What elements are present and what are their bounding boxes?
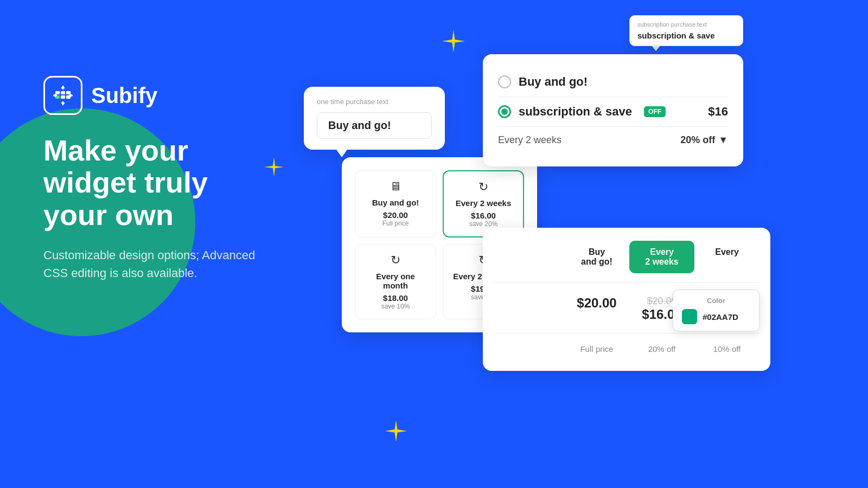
left-section: Subify Make your widget truly your own C…: [43, 76, 271, 282]
refresh-icon: ↻: [452, 180, 514, 194]
columns-discounts: Full price 20% off 10% off: [494, 333, 760, 358]
sparkle-icon: [442, 30, 465, 53]
2weeks-title: Every 2 weeks: [452, 198, 514, 208]
tooltip-value: subscription & save: [630, 29, 743, 42]
columns-header: Buy and go! Every 2 weeks Every Color #0…: [494, 241, 760, 273]
buy-main-price: $20.00: [569, 296, 625, 311]
1month-title: Every one month: [364, 272, 427, 290]
disc-2weeks: 20% off: [629, 340, 694, 358]
buy-price: $20.00: [364, 210, 427, 220]
buy-sub: Full price: [364, 220, 427, 227]
sub-option-label: subscription & save: [519, 105, 632, 119]
sub-radio[interactable]: [498, 105, 511, 118]
tooltip-arrow: [652, 46, 660, 51]
grid-cell-1month[interactable]: ↻ Every one month $18.00 save 10%: [355, 244, 436, 319]
sub-option-row[interactable]: subscription & save OFF $16: [498, 97, 728, 126]
card1-label: one time purchase text: [317, 98, 432, 106]
col-head-2weeks[interactable]: Every 2 weeks: [629, 241, 694, 273]
1month-price: $18.00: [364, 293, 427, 303]
discount-dropdown[interactable]: 20% off ▼: [680, 134, 728, 146]
frequency-label: Every 2 weeks: [498, 134, 561, 146]
color-label: Color: [682, 297, 750, 305]
1month-sub: save 10%: [364, 303, 427, 310]
svg-rect-4: [66, 91, 71, 94]
tooltip-arrow-inner: [669, 300, 674, 309]
grid-cell-buy[interactable]: 🖥 Buy and go! $20.00 Full price: [355, 170, 436, 237]
color-swatch-row: #02AA7D: [682, 309, 750, 324]
tooltip-label: subscription purchase text: [630, 19, 743, 29]
disc-empty: [494, 340, 564, 358]
price-buy: $20.00: [564, 291, 629, 326]
2weeks-col-sub: 2 weeks: [634, 257, 690, 267]
2weeks-price: $16.00: [452, 211, 514, 220]
buy-col-sub: and go!: [569, 257, 625, 267]
color-swatch: [682, 309, 697, 324]
col-head-every[interactable]: Every Color #02AA7D: [694, 241, 760, 273]
refresh-icon2: ↻: [364, 253, 427, 267]
sub-price: $16: [708, 105, 728, 119]
card1-arrow: [336, 150, 347, 157]
buy-option-row[interactable]: Buy and go!: [498, 67, 728, 97]
sparkle-icon: [385, 420, 407, 442]
page-subtext: Customizable design options; Advanced CS…: [43, 246, 271, 282]
brand-name: Subify: [91, 84, 157, 108]
frequency-row: Every 2 weeks 20% off ▼: [498, 127, 728, 153]
price-label-col: [494, 291, 564, 326]
widgets-area: one time purchase text Buy and go! 🖥 Buy…: [288, 22, 841, 466]
sparkle-icon: [264, 157, 284, 177]
svg-rect-2: [61, 91, 65, 94]
discount-value: 20% off: [680, 134, 715, 146]
subscription-card: subscription purchase text subscription …: [483, 54, 743, 166]
buy-option-label: Buy and go!: [519, 75, 588, 89]
color-hex: #02AA7D: [703, 312, 738, 322]
one-time-purchase-card: one time purchase text Buy and go!: [304, 87, 445, 150]
columns-card: Buy and go! Every 2 weeks Every Color #0…: [483, 228, 770, 371]
buy-icon: 🖥: [364, 179, 427, 194]
buy-option-left: Buy and go!: [498, 75, 588, 89]
svg-rect-0: [55, 91, 60, 94]
sub-option-left: subscription & save OFF: [498, 105, 666, 119]
off-badge: OFF: [644, 106, 666, 117]
2weeks-sub: save 20%: [452, 220, 514, 228]
card1-option: Buy and go!: [317, 112, 432, 139]
logo-row: Subify: [43, 76, 271, 115]
page-headline: Make your widget truly your own: [43, 134, 271, 231]
logo-icon: [43, 76, 82, 115]
chevron-down-icon: ▼: [718, 134, 728, 146]
col-empty: [494, 241, 564, 273]
disc-buy: Full price: [564, 340, 629, 358]
every-col-label: Every: [699, 247, 755, 257]
buy-title: Buy and go!: [364, 198, 427, 207]
col-head-buy[interactable]: Buy and go!: [564, 241, 629, 273]
buy-radio[interactable]: [498, 75, 511, 88]
sub-tooltip-float: subscription purchase text subscription …: [629, 15, 743, 46]
disc-every: 10% off: [694, 340, 760, 358]
color-tooltip: Color #02AA7D: [673, 290, 760, 331]
2weeks-col-label: Every: [634, 247, 690, 257]
svg-rect-3: [61, 95, 65, 99]
buy-col-label: Buy: [569, 247, 625, 257]
